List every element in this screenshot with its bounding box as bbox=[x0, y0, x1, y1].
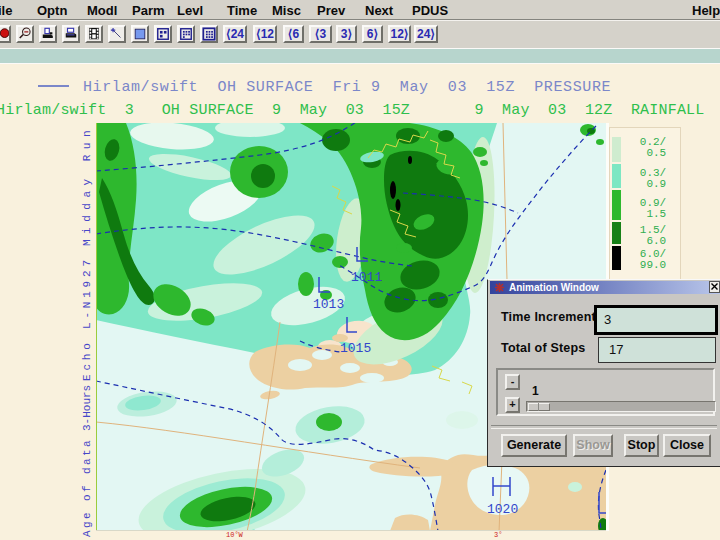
svg-text:1020: 1020 bbox=[487, 502, 518, 517]
svg-text:1015: 1015 bbox=[340, 341, 371, 356]
svg-text:1011: 1011 bbox=[351, 270, 382, 285]
svg-text:1013: 1013 bbox=[313, 297, 344, 312]
